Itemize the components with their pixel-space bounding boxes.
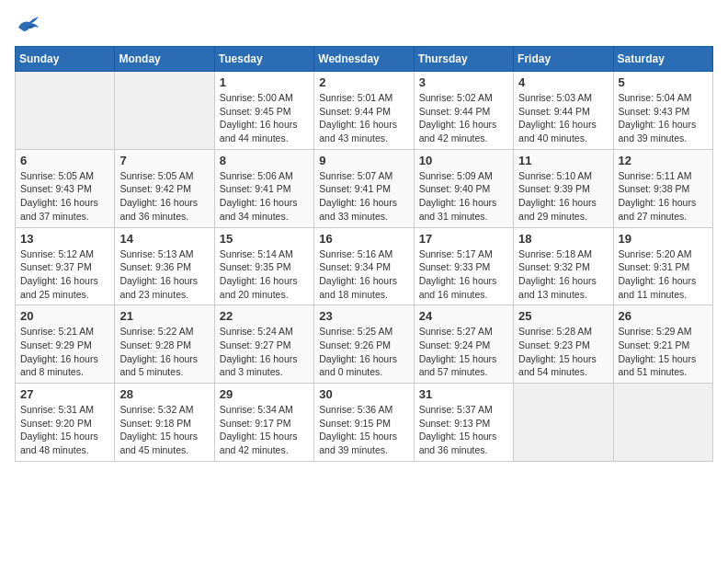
week-row-3: 13Sunrise: 5:12 AM Sunset: 9:37 PM Dayli…: [16, 227, 713, 305]
day-cell: 19Sunrise: 5:20 AM Sunset: 9:31 PM Dayli…: [613, 227, 712, 305]
day-number: 6: [20, 154, 109, 167]
day-info: Sunrise: 5:13 AM Sunset: 9:36 PM Dayligh…: [119, 247, 209, 302]
weekday-header-saturday: Saturday: [613, 47, 712, 72]
day-info: Sunrise: 5:29 AM Sunset: 9:21 PM Dayligh…: [619, 325, 708, 379]
weekday-header-tuesday: Tuesday: [214, 47, 313, 72]
day-cell: 29Sunrise: 5:34 AM Sunset: 9:17 PM Dayli…: [214, 384, 313, 462]
day-cell: 15Sunrise: 5:14 AM Sunset: 9:35 PM Dayli…: [214, 227, 313, 305]
day-number: 23: [319, 309, 408, 323]
day-number: 16: [319, 232, 408, 246]
day-cell: 14Sunrise: 5:13 AM Sunset: 9:36 PM Dayli…: [115, 227, 214, 305]
weekday-header-sunday: Sunday: [16, 47, 115, 72]
day-info: Sunrise: 5:27 AM Sunset: 9:24 PM Dayligh…: [419, 325, 508, 379]
weekday-header-monday: Monday: [115, 47, 214, 72]
day-cell: 2Sunrise: 5:01 AM Sunset: 9:44 PM Daylig…: [314, 72, 414, 150]
day-cell: 26Sunrise: 5:29 AM Sunset: 9:21 PM Dayli…: [613, 305, 712, 384]
day-info: Sunrise: 5:34 AM Sunset: 9:17 PM Dayligh…: [220, 403, 309, 457]
day-info: Sunrise: 5:05 AM Sunset: 9:43 PM Dayligh…: [20, 169, 109, 224]
day-cell: 3Sunrise: 5:02 AM Sunset: 9:44 PM Daylig…: [414, 72, 513, 150]
day-cell: 31Sunrise: 5:37 AM Sunset: 9:13 PM Dayli…: [414, 384, 513, 462]
day-cell: 11Sunrise: 5:10 AM Sunset: 9:39 PM Dayli…: [514, 149, 613, 227]
week-row-4: 20Sunrise: 5:21 AM Sunset: 9:29 PM Dayli…: [16, 305, 713, 384]
day-cell: 13Sunrise: 5:12 AM Sunset: 9:37 PM Dayli…: [16, 227, 115, 305]
day-info: Sunrise: 5:21 AM Sunset: 9:29 PM Dayligh…: [20, 325, 109, 379]
day-info: Sunrise: 5:20 AM Sunset: 9:31 PM Dayligh…: [619, 247, 708, 302]
day-number: 3: [419, 75, 508, 89]
day-number: 21: [119, 309, 209, 323]
day-info: Sunrise: 5:00 AM Sunset: 9:45 PM Dayligh…: [220, 91, 309, 145]
day-cell: 16Sunrise: 5:16 AM Sunset: 9:34 PM Dayli…: [314, 227, 414, 305]
day-info: Sunrise: 5:01 AM Sunset: 9:44 PM Dayligh…: [319, 91, 408, 145]
day-number: 18: [518, 232, 608, 246]
day-number: 10: [419, 154, 508, 167]
day-cell: 10Sunrise: 5:09 AM Sunset: 9:40 PM Dayli…: [414, 149, 513, 227]
day-cell: 18Sunrise: 5:18 AM Sunset: 9:32 PM Dayli…: [514, 227, 613, 305]
day-cell: 22Sunrise: 5:24 AM Sunset: 9:27 PM Dayli…: [214, 305, 313, 384]
day-cell: 17Sunrise: 5:17 AM Sunset: 9:33 PM Dayli…: [414, 227, 513, 305]
day-cell: [115, 72, 214, 150]
day-cell: [613, 384, 712, 462]
day-cell: 5Sunrise: 5:04 AM Sunset: 9:43 PM Daylig…: [613, 72, 712, 150]
day-info: Sunrise: 5:16 AM Sunset: 9:34 PM Dayligh…: [319, 247, 408, 302]
weekday-header-thursday: Thursday: [414, 47, 513, 72]
day-info: Sunrise: 5:17 AM Sunset: 9:33 PM Dayligh…: [419, 247, 508, 302]
day-number: 22: [220, 309, 309, 323]
day-number: 27: [20, 387, 109, 401]
day-number: 11: [518, 154, 608, 167]
day-number: 19: [619, 232, 708, 246]
day-info: Sunrise: 5:18 AM Sunset: 9:32 PM Dayligh…: [518, 247, 608, 302]
day-info: Sunrise: 5:22 AM Sunset: 9:28 PM Dayligh…: [119, 325, 209, 379]
day-info: Sunrise: 5:05 AM Sunset: 9:42 PM Dayligh…: [119, 169, 209, 224]
day-info: Sunrise: 5:24 AM Sunset: 9:27 PM Dayligh…: [220, 325, 309, 379]
day-cell: 6Sunrise: 5:05 AM Sunset: 9:43 PM Daylig…: [16, 149, 115, 227]
weekday-header-row: SundayMondayTuesdayWednesdayThursdayFrid…: [16, 47, 713, 72]
day-number: 24: [419, 309, 508, 323]
day-cell: 28Sunrise: 5:32 AM Sunset: 9:18 PM Dayli…: [115, 384, 214, 462]
day-cell: 27Sunrise: 5:31 AM Sunset: 9:20 PM Dayli…: [16, 384, 115, 462]
day-cell: 30Sunrise: 5:36 AM Sunset: 9:15 PM Dayli…: [314, 384, 414, 462]
day-number: 4: [518, 75, 608, 89]
day-cell: [16, 72, 115, 150]
day-cell: [514, 384, 613, 462]
day-cell: 20Sunrise: 5:21 AM Sunset: 9:29 PM Dayli…: [16, 305, 115, 384]
day-cell: 9Sunrise: 5:07 AM Sunset: 9:41 PM Daylig…: [314, 149, 414, 227]
day-info: Sunrise: 5:07 AM Sunset: 9:41 PM Dayligh…: [319, 169, 408, 224]
day-info: Sunrise: 5:04 AM Sunset: 9:43 PM Dayligh…: [619, 91, 708, 145]
day-cell: 4Sunrise: 5:03 AM Sunset: 9:44 PM Daylig…: [514, 72, 613, 150]
day-cell: 7Sunrise: 5:05 AM Sunset: 9:42 PM Daylig…: [115, 149, 214, 227]
day-number: 1: [220, 75, 309, 89]
day-number: 29: [220, 387, 309, 401]
weekday-header-friday: Friday: [514, 47, 613, 72]
day-info: Sunrise: 5:02 AM Sunset: 9:44 PM Dayligh…: [419, 91, 508, 145]
day-info: Sunrise: 5:37 AM Sunset: 9:13 PM Dayligh…: [419, 403, 508, 457]
day-info: Sunrise: 5:14 AM Sunset: 9:35 PM Dayligh…: [220, 247, 309, 302]
week-row-1: 1Sunrise: 5:00 AM Sunset: 9:45 PM Daylig…: [16, 72, 713, 150]
day-info: Sunrise: 5:11 AM Sunset: 9:38 PM Dayligh…: [619, 169, 708, 224]
day-number: 2: [319, 75, 408, 89]
day-info: Sunrise: 5:32 AM Sunset: 9:18 PM Dayligh…: [119, 403, 209, 457]
day-info: Sunrise: 5:03 AM Sunset: 9:44 PM Dayligh…: [518, 91, 608, 145]
calendar: SundayMondayTuesdayWednesdayThursdayFrid…: [15, 46, 713, 462]
day-number: 8: [220, 154, 309, 167]
day-info: Sunrise: 5:25 AM Sunset: 9:26 PM Dayligh…: [319, 325, 408, 379]
day-number: 25: [518, 309, 608, 323]
day-number: 28: [119, 387, 209, 401]
day-number: 31: [419, 387, 508, 401]
day-cell: 12Sunrise: 5:11 AM Sunset: 9:38 PM Dayli…: [613, 149, 712, 227]
day-info: Sunrise: 5:28 AM Sunset: 9:23 PM Dayligh…: [518, 325, 608, 379]
weekday-header-wednesday: Wednesday: [314, 47, 414, 72]
day-number: 17: [419, 232, 508, 246]
day-number: 7: [119, 154, 209, 167]
day-cell: 1Sunrise: 5:00 AM Sunset: 9:45 PM Daylig…: [214, 72, 313, 150]
day-number: 12: [619, 154, 708, 167]
day-number: 26: [619, 309, 708, 323]
day-number: 9: [319, 154, 408, 167]
day-number: 15: [220, 232, 309, 246]
day-info: Sunrise: 5:36 AM Sunset: 9:15 PM Dayligh…: [319, 403, 408, 457]
day-cell: 8Sunrise: 5:06 AM Sunset: 9:41 PM Daylig…: [214, 149, 313, 227]
day-cell: 21Sunrise: 5:22 AM Sunset: 9:28 PM Dayli…: [115, 305, 214, 384]
day-info: Sunrise: 5:06 AM Sunset: 9:41 PM Dayligh…: [220, 169, 309, 224]
logo: [15, 15, 44, 35]
day-info: Sunrise: 5:10 AM Sunset: 9:39 PM Dayligh…: [518, 169, 608, 224]
day-info: Sunrise: 5:31 AM Sunset: 9:20 PM Dayligh…: [20, 403, 109, 457]
